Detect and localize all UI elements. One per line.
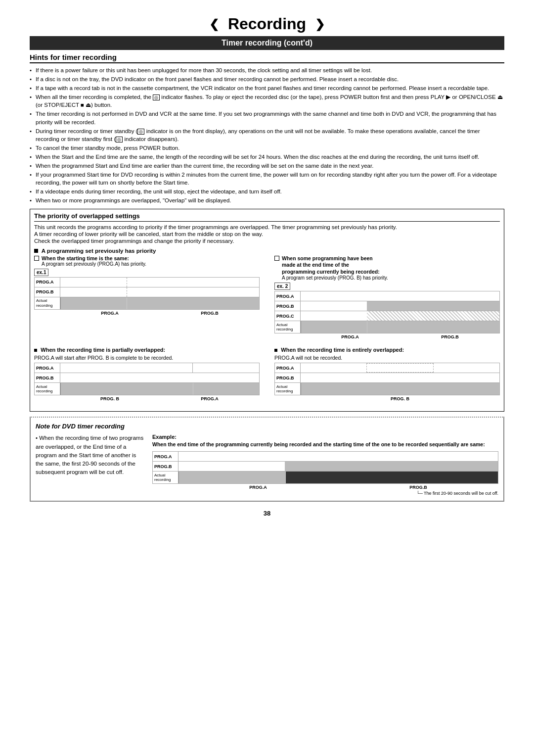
ex2-bottom: PROG.A PROG.B <box>274 334 500 339</box>
cell-gray <box>60 383 193 395</box>
cell-empty <box>60 287 127 297</box>
cell-gray2 <box>193 383 259 395</box>
proga-cells <box>178 452 498 461</box>
proga-label: PROG.A <box>275 363 301 373</box>
note-proga-row: PROG.A <box>152 451 498 461</box>
cell-empty <box>60 278 127 287</box>
ex3-right-col: When the recording time is entirely over… <box>274 346 500 401</box>
note-actual-row: Actualrecording <box>152 471 498 484</box>
cell-empty <box>192 363 259 373</box>
actual-label: Actualrecording <box>35 383 60 395</box>
progc-label: PROG.C <box>275 311 301 321</box>
cell-empty <box>60 373 127 382</box>
note-title: Note for DVD timer recording <box>36 423 498 430</box>
actual-cells <box>60 383 259 395</box>
note-inner: • When the recording time of two program… <box>36 434 498 496</box>
proga-cells <box>60 278 259 287</box>
cell-gray <box>301 383 499 395</box>
ex3-right-diagram: PROG.A PROG.B Actualrecording <box>274 363 500 395</box>
hints-bullet-list: If there is a power failure or this unit… <box>30 66 504 205</box>
actual-row-ex2: Actualrecording <box>274 321 500 333</box>
note-left-text: • When the recording time of two program… <box>36 434 144 496</box>
priority-intro-3: Check the overlapped timer programmings … <box>34 238 500 244</box>
progb-bottom: PROG. B <box>60 396 160 401</box>
black-square-icon-2 <box>34 349 37 352</box>
progb-bottom: PROG.B <box>400 334 500 339</box>
proga-row-ex1l: PROG.A <box>34 277 260 287</box>
actual-label: Actualrecording <box>275 383 301 395</box>
actual-cells <box>178 472 498 483</box>
ex2-label: ex. 2 <box>274 283 290 290</box>
priority-header: The priority of overlapped settings <box>34 212 500 222</box>
actual-label: Actualrecording <box>153 472 178 483</box>
cell-gray <box>367 301 499 311</box>
cell-empty <box>178 462 285 471</box>
example-label: Example: <box>152 434 498 440</box>
ex1-right-note: A program set previously (PROG. B) has p… <box>282 275 388 281</box>
proga-row-ex2: PROG.A <box>274 291 500 301</box>
proga-bottom: PROG.A <box>178 485 338 490</box>
ex3-diagrams-row: When the recording time is partially ove… <box>34 346 500 401</box>
progb-label: PROG.B <box>153 462 178 471</box>
subsection1-label: A programming set previously has priorit… <box>34 248 500 254</box>
ex3r-bottom: PROG. B <box>274 396 500 401</box>
progb-bottom: PROG.B <box>160 311 260 316</box>
hint-item-8: When the Start and the End time are the … <box>30 153 504 161</box>
cell-empty <box>301 311 367 321</box>
hint-item-3: If a tape with a record tab is not in th… <box>30 84 504 92</box>
timer-recording-header: Timer recording (cont'd) <box>30 36 504 50</box>
proga-cells <box>301 291 499 301</box>
cell-empty <box>301 363 366 373</box>
proga-bottom: PROG.A <box>60 311 160 316</box>
hints-header: Hints for timer recording <box>30 53 504 63</box>
cutoff-note: └─ The first 20-90 seconds will be cut o… <box>152 491 498 496</box>
proga-row-ex3l: PROG.A <box>34 363 260 373</box>
sp <box>274 396 300 401</box>
proga-row-ex3r: PROG.A <box>274 363 500 373</box>
actual-label: Actualrecording <box>275 321 301 333</box>
black-square-icon <box>34 249 38 253</box>
ex2-diagram: PROG.A PROG.B PROG.C <box>274 291 500 333</box>
progb-cells <box>60 287 259 297</box>
cell-gray <box>60 297 127 309</box>
sp <box>34 396 60 401</box>
hint-item-6: During timer recording or timer standby … <box>30 127 504 143</box>
cell-gray <box>178 472 285 483</box>
cell-empty <box>127 373 259 382</box>
progb-cells <box>301 301 499 311</box>
proga-label: PROG.A <box>35 363 60 373</box>
proga-bottom: PROG.A <box>300 334 400 339</box>
ex1l-bottom: PROG.A PROG.B <box>34 311 260 316</box>
entire-overlap-title: When the recording time is entirely over… <box>281 347 404 353</box>
hint-item-4: When all the timer recording is complete… <box>30 93 504 109</box>
progb-bottom: PROG.B <box>338 485 498 490</box>
example-subtitle: When the end time of the programming cur… <box>152 441 498 448</box>
cell-empty <box>178 452 285 461</box>
hint-item-1: If there is a power failure or this unit… <box>30 66 504 74</box>
ex1-left-diagram: PROG.A PROG.B Actualrecording <box>34 277 260 310</box>
progb-label: PROG.B <box>35 287 60 297</box>
page-title: Recording <box>228 15 306 33</box>
progb-cells <box>301 373 499 382</box>
note-dvd-box: Note for DVD timer recording • When the … <box>30 417 504 502</box>
note-bullet: • When the recording time of two program… <box>36 434 144 476</box>
proga-label: PROG.A <box>275 291 301 301</box>
progc-cells <box>301 311 499 321</box>
ex1-right-col: When some programming have beenmade at t… <box>274 255 500 340</box>
proga-bottom: PROG.A <box>160 396 260 401</box>
title-arrow-right: ❯ <box>315 17 325 31</box>
actual-row-ex3r: Actualrecording <box>274 382 500 395</box>
ex1-label: ex.1 <box>34 269 48 276</box>
cell-stripe <box>367 311 499 321</box>
ex1-left-col: When the starting time is the same: A pr… <box>34 255 260 340</box>
sp <box>274 334 300 339</box>
cell-empty <box>285 452 498 461</box>
cell-empty <box>434 363 499 373</box>
progb-row-ex2: PROG.B <box>274 301 500 311</box>
progb-label: PROG.B <box>275 373 301 382</box>
ex3-left-diagram: PROG.A PROG.B Actualrecording <box>34 363 260 395</box>
hint-item-7: To cancel the timer standby mode, press … <box>30 144 504 152</box>
proga-cells <box>60 363 259 373</box>
progb-row-ex1l: PROG.B <box>34 287 260 297</box>
ex3-left-col: When the recording time is partially ove… <box>34 346 260 401</box>
